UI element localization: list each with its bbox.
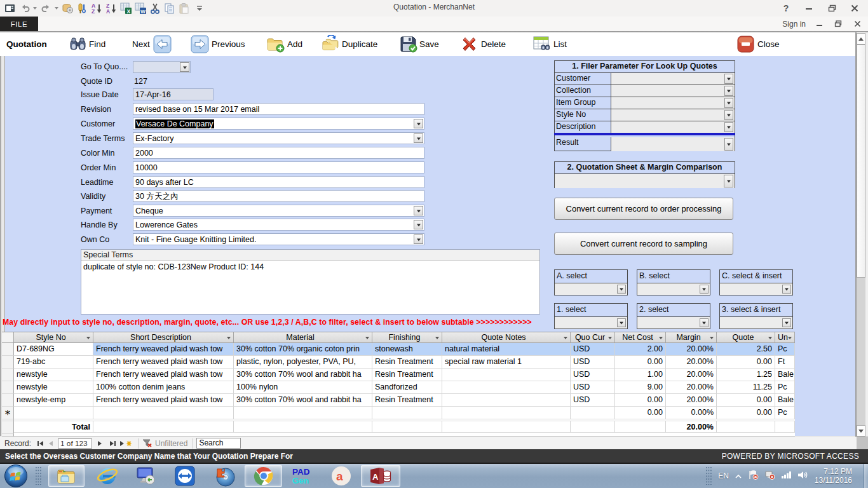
taskbar-anydesk[interactable]: a [325,465,357,487]
network-icon[interactable] [781,470,792,482]
row-selector[interactable] [2,343,14,356]
row-selector[interactable] [2,369,14,381]
column-header-quo-cur[interactable]: Quo Cur [571,332,615,343]
column-sort-icon[interactable] [659,337,663,339]
new-record-icon[interactable] [119,438,133,449]
table-cell[interactable]: 719-abc [14,356,93,369]
table-cell[interactable]: natural material [442,343,571,356]
table-cell[interactable]: newstyle [14,381,93,394]
table-cell[interactable]: 0.00 [615,394,666,407]
table-cell[interactable]: 0.00% [666,407,717,419]
delete-icon[interactable] [460,35,478,53]
show-hidden-icons[interactable] [735,470,742,482]
table-corner-cell[interactable] [2,332,14,343]
table-cell[interactable]: 100% nylon [234,381,372,394]
doc-close-button[interactable] [851,18,863,30]
table-cell[interactable] [442,407,571,419]
start-button[interactable] [3,465,29,487]
column-header-net-cost[interactable]: Net Cost [615,332,666,343]
selector-c-combo[interactable] [720,283,792,295]
row-selector[interactable] [2,394,14,407]
table-cell[interactable]: Resin Treatment [372,356,442,369]
column-sort-icon[interactable] [365,337,369,339]
table-cell[interactable]: Ft [775,356,795,369]
table-cell[interactable]: Resin Treatment [372,394,442,407]
doc-minimize-button[interactable] [813,18,825,30]
lookup-style-no-combo[interactable] [611,109,735,121]
selector-a-combo[interactable] [555,283,627,295]
comparison-dropdown-icon[interactable] [724,175,733,187]
table-cell[interactable] [442,369,571,381]
table-cell[interactable] [372,407,442,419]
table-cell[interactable]: USD [571,356,615,369]
table-cell[interactable]: 20.00% [666,343,717,356]
table-cell[interactable]: stonewash [372,343,442,356]
table-cell[interactable]: Sandforized [372,381,442,394]
add-icon[interactable] [266,35,285,53]
taskbar-padgen[interactable]: PADGen [287,465,319,487]
table-cell[interactable]: French terry weaved plaid wash tow [93,356,234,369]
table-cell[interactable] [14,407,93,419]
table-cell[interactable]: newstyle-emp [14,394,93,407]
action-center-icon[interactable] [748,470,759,482]
table-cell[interactable]: USD [571,381,615,394]
column-sort-icon[interactable] [227,337,231,339]
column-header-quote[interactable]: Quote [717,332,775,343]
lookup-description-dropdown-icon[interactable] [724,122,733,132]
table-cell[interactable]: special raw material 1 [442,356,571,369]
selector-b-combo[interactable] [637,283,710,295]
special-terms-field[interactable]: duplicate of style no: CDB-123New Produc… [81,261,539,314]
previous-record-icon[interactable] [45,438,55,449]
table-cell[interactable]: USD [571,369,615,381]
table-cell[interactable]: 20.00% [666,356,717,369]
table-cell[interactable]: 2.00 [615,343,666,356]
selector-a-dropdown-icon[interactable] [617,285,626,294]
table-cell[interactable]: Bale [775,394,795,407]
table-cell[interactable] [571,407,615,419]
scrollbar-thumb[interactable] [857,44,865,278]
table-cell[interactable]: 2.50 [717,343,775,356]
row-selector[interactable] [2,381,14,394]
table-cell[interactable] [234,407,372,419]
minimize-button[interactable] [801,1,817,15]
taskbar-teamviewer[interactable] [167,465,203,487]
device-error-icon[interactable] [764,470,775,482]
restore-button[interactable] [824,1,840,15]
lookup-customer-combo[interactable] [611,73,735,85]
table-cell[interactable]: 100% cotton denim jeans [93,381,234,394]
list-button[interactable]: List [553,32,567,56]
selector-1-dropdown-icon[interactable] [617,318,626,327]
taskbar-access[interactable]: A [361,465,400,487]
table-cell[interactable]: Pc [775,407,795,419]
table-cell[interactable]: 0.00 [717,394,775,407]
taskbar-poweriso[interactable] [207,465,243,487]
table-cell[interactable]: 20.00% [666,381,717,394]
lookup-item-group-combo[interactable] [611,97,735,109]
column-sort-icon[interactable] [608,337,612,339]
table-cell[interactable]: Pc [775,381,795,394]
sign-in-link[interactable]: Sign in [782,20,806,29]
table-cell[interactable]: 20.00% [666,394,717,407]
column-sort-icon[interactable] [435,337,439,339]
next-button[interactable]: Next [132,32,150,56]
scroll-down-icon[interactable] [857,425,865,437]
new-record-selector[interactable]: * [2,407,14,419]
table-cell[interactable] [93,407,234,419]
column-sort-icon[interactable] [710,337,714,339]
lookup-style-no-dropdown-icon[interactable] [724,110,733,120]
taskbar-explorer[interactable] [48,465,85,487]
table-cell[interactable]: 0.00 [717,356,775,369]
comparison-combo[interactable] [555,174,735,188]
doc-restore-button[interactable] [832,18,844,30]
table-cell[interactable]: 30% cotton 70% wool and rabbit ha [234,369,372,381]
save-icon[interactable] [399,35,417,53]
lookup-customer-dropdown-icon[interactable] [724,74,733,84]
find-icon[interactable] [69,35,87,53]
vertical-scrollbar[interactable] [857,33,865,437]
taskbar-gripper[interactable] [36,467,42,485]
table-cell[interactable]: USD [571,394,615,407]
table-cell[interactable]: Bale [775,369,795,381]
taskbar-chrome[interactable] [245,465,282,487]
table-cell[interactable]: newstyle [14,369,93,381]
next-record-icon[interactable] [95,438,105,449]
